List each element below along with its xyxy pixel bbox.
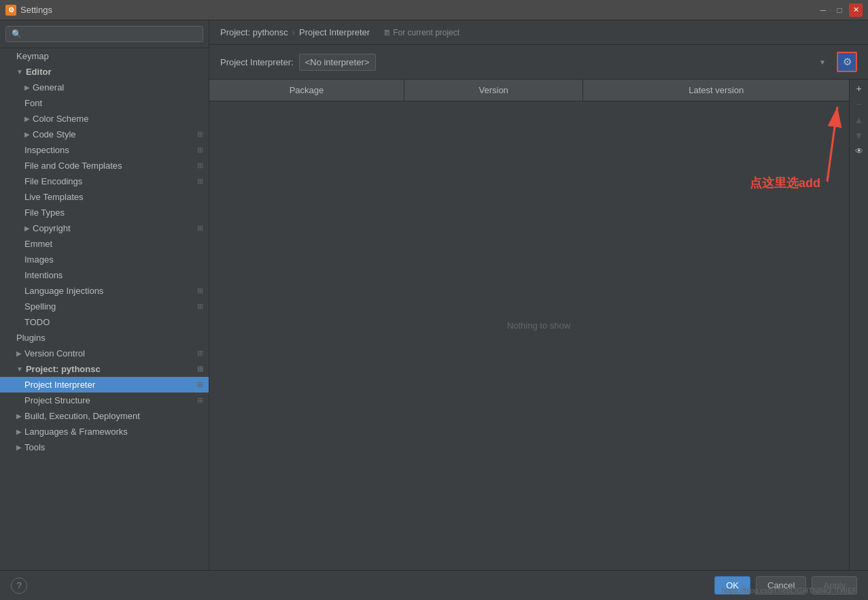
- code-style-arrow: ▶: [24, 131, 30, 138]
- language-injections-page-icon: ⊞: [197, 286, 203, 295]
- interpreter-select[interactable]: <No interpreter>: [299, 54, 376, 71]
- breadcrumb: Project: pythonsc › Project Interpreter …: [209, 20, 868, 45]
- build-execution-label: Build, Execution, Deployment: [24, 411, 140, 421]
- editor-label: Editor: [26, 67, 52, 77]
- sidebar-item-intentions[interactable]: Intentions: [0, 267, 209, 283]
- select-arrow-icon: ▼: [819, 59, 826, 66]
- intentions-label: Intentions: [24, 270, 63, 280]
- gear-button[interactable]: ⚙: [837, 52, 857, 72]
- interpreter-select-wrapper: <No interpreter> ▼: [299, 54, 831, 71]
- project-interpreter-label: Project Interpreter: [24, 380, 95, 390]
- todo-label: TODO: [24, 317, 50, 327]
- minimize-button[interactable]: ─: [816, 3, 830, 17]
- language-injections-label: Language Injections: [24, 286, 103, 296]
- sidebar-item-keymap[interactable]: Keymap: [0, 48, 209, 64]
- sidebar-item-build-execution[interactable]: ▶ Build, Execution, Deployment: [0, 408, 209, 424]
- spelling-page-icon: ⊞: [197, 302, 203, 311]
- window-controls: ─ □ ✕: [816, 3, 863, 17]
- file-encodings-label: File Encodings: [24, 176, 82, 186]
- version-control-label: Version Control: [24, 348, 85, 359]
- sidebar-item-general[interactable]: ▶ General: [0, 80, 209, 95]
- sidebar-item-project-pythonsc[interactable]: ▼ Project: pythonsc ⊞: [0, 361, 209, 377]
- sidebar-item-plugins[interactable]: Plugins: [0, 330, 209, 346]
- up-button[interactable]: ▲: [851, 112, 867, 127]
- copyright-page-icon: ⊞: [197, 224, 203, 233]
- footer-left: ?: [11, 578, 27, 594]
- plugins-label: Plugins: [16, 333, 46, 343]
- live-templates-label: Live Templates: [24, 192, 83, 202]
- window-title: Settings: [20, 5, 52, 15]
- color-scheme-arrow: ▶: [24, 115, 30, 122]
- interpreter-label: Project Interpreter:: [220, 57, 294, 67]
- build-execution-arrow: ▶: [16, 412, 22, 420]
- version-control-arrow: ▶: [16, 350, 22, 357]
- file-encodings-page-icon: ⊞: [197, 177, 203, 186]
- tools-label: Tools: [24, 442, 45, 452]
- dialog-footer: ? OK Cancel Apply: [0, 570, 868, 600]
- titlebar: ⚙ Settings ─ □ ✕: [0, 0, 868, 20]
- project-interpreter-page-icon: ⊞: [197, 380, 203, 389]
- inspections-label: Inspections: [24, 145, 69, 155]
- breadcrumb-project: Project: pythonsc: [220, 27, 288, 37]
- col-version: Version: [404, 80, 583, 101]
- sidebar-item-file-types[interactable]: File Types: [0, 205, 209, 220]
- project-pythonsc-page-icon: ⊞: [197, 365, 203, 373]
- sidebar-item-project-interpreter[interactable]: Project Interpreter ⊞: [0, 377, 209, 393]
- sidebar-item-font[interactable]: Font: [0, 95, 209, 111]
- sidebar-item-languages-frameworks[interactable]: ▶ Languages & Frameworks: [0, 424, 209, 439]
- annotation-text: 点这里选add: [750, 175, 820, 191]
- interpreter-row: Project Interpreter: <No interpreter> ▼ …: [209, 45, 868, 80]
- sidebar-item-tools[interactable]: ▶ Tools: [0, 439, 209, 455]
- sidebar-item-inspections[interactable]: Inspections ⊞: [0, 142, 209, 158]
- col-package: Package: [209, 80, 404, 101]
- dialog-body: Keymap ▼ Editor ▶ General Font ▶ Color S…: [0, 20, 868, 570]
- color-scheme-label: Color Scheme: [33, 114, 88, 124]
- tools-arrow: ▶: [16, 444, 22, 451]
- sidebar-item-editor[interactable]: ▼ Editor: [0, 64, 209, 80]
- main-content: Project: pythonsc › Project Interpreter …: [209, 20, 868, 570]
- sidebar-item-file-code-templates[interactable]: File and Code Templates ⊞: [0, 158, 209, 173]
- sidebar-item-live-templates[interactable]: Live Templates: [0, 189, 209, 205]
- code-style-label: Code Style: [33, 129, 76, 139]
- sidebar-item-color-scheme[interactable]: ▶ Color Scheme: [0, 111, 209, 127]
- sidebar-item-project-structure[interactable]: Project Structure ⊞: [0, 393, 209, 408]
- breadcrumb-note: For current project: [383, 28, 459, 37]
- sidebar-item-file-encodings[interactable]: File Encodings ⊞: [0, 173, 209, 189]
- add-button[interactable]: +: [851, 81, 867, 96]
- inspections-page-icon: ⊞: [197, 146, 203, 154]
- settings-dialog: Keymap ▼ Editor ▶ General Font ▶ Color S…: [0, 20, 868, 600]
- sidebar-item-code-style[interactable]: ▶ Code Style ⊞: [0, 127, 209, 142]
- project-pythonsc-arrow: ▼: [16, 365, 23, 373]
- file-types-label: File Types: [24, 207, 65, 218]
- search-input[interactable]: [5, 26, 203, 42]
- keymap-label: Keymap: [16, 51, 49, 61]
- package-table: Package Version Latest version: [209, 80, 849, 101]
- project-structure-page-icon: ⊞: [197, 396, 203, 405]
- sidebar-item-todo[interactable]: TODO: [0, 314, 209, 330]
- down-button[interactable]: ▼: [851, 128, 867, 143]
- sidebar-item-images[interactable]: Images: [0, 252, 209, 267]
- breadcrumb-separator: ›: [292, 27, 295, 37]
- version-control-page-icon: ⊞: [197, 349, 203, 358]
- search-bar: [0, 20, 209, 48]
- sidebar-item-copyright[interactable]: ▶ Copyright ⊞: [0, 220, 209, 236]
- spelling-label: Spelling: [24, 301, 56, 312]
- table-container: Package Version Latest version Nothing t…: [209, 80, 849, 570]
- remove-button[interactable]: −: [851, 97, 867, 112]
- eye-button[interactable]: 👁: [851, 144, 867, 159]
- file-code-templates-label: File and Code Templates: [24, 161, 122, 171]
- file-code-templates-page-icon: ⊞: [197, 161, 203, 170]
- languages-frameworks-arrow: ▶: [16, 428, 22, 435]
- sidebar-item-language-injections[interactable]: Language Injections ⊞: [0, 283, 209, 299]
- close-button[interactable]: ✕: [849, 3, 863, 17]
- maximize-button[interactable]: □: [833, 3, 846, 17]
- images-label: Images: [24, 254, 54, 265]
- sidebar-item-version-control[interactable]: ▶ Version Control ⊞: [0, 346, 209, 361]
- sidebar-item-emmet[interactable]: Emmet: [0, 236, 209, 252]
- project-structure-label: Project Structure: [24, 395, 90, 405]
- sidebar: Keymap ▼ Editor ▶ General Font ▶ Color S…: [0, 20, 209, 570]
- general-label: General: [33, 82, 64, 93]
- sidebar-item-spelling[interactable]: Spelling ⊞: [0, 299, 209, 314]
- breadcrumb-page: Project Interpreter: [299, 27, 370, 37]
- help-button[interactable]: ?: [11, 578, 27, 594]
